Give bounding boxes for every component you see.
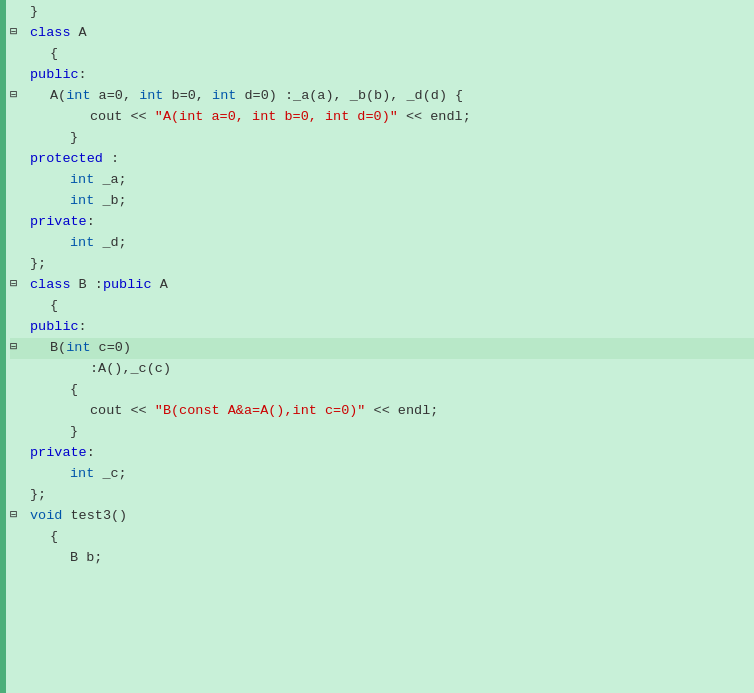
line-2: { — [10, 44, 754, 65]
line-6: } — [10, 128, 754, 149]
line-5: cout << "A(int a=0, int b=0, int d=0)" <… — [10, 107, 754, 128]
fold-16: ⊟ — [10, 338, 28, 357]
line-18: { — [10, 380, 754, 401]
line-19: cout << "B(const A&a=A(),int c=0)" << en… — [10, 401, 754, 422]
line-4: ⊟ A(int a=0, int b=0, int d=0) :_a(a), _… — [10, 86, 754, 107]
line-content-17: :A(),_c(c) — [30, 359, 754, 380]
line-0: } — [10, 2, 754, 23]
line-content-14: { — [30, 296, 754, 317]
fold-22 — [10, 464, 28, 483]
fold-4: ⊟ — [10, 86, 28, 105]
line-content-9: int _b; — [30, 191, 754, 212]
line-8: int _a; — [10, 170, 754, 191]
line-content-5: cout << "A(int a=0, int b=0, int d=0)" <… — [30, 107, 754, 128]
line-content-1: class A — [30, 23, 754, 44]
fold-11 — [10, 233, 28, 252]
line-14: { — [10, 296, 754, 317]
code-area: } ⊟ class A { public: ⊟ A(int a=0, int b… — [0, 0, 754, 592]
fold-2 — [10, 44, 28, 63]
line-content-0: } — [30, 2, 754, 23]
fold-14 — [10, 296, 28, 315]
line-27 — [10, 569, 754, 590]
fold-13: ⊟ — [10, 275, 28, 294]
line-content-4: A(int a=0, int b=0, int d=0) :_a(a), _b(… — [30, 86, 754, 107]
line-11: int _d; — [10, 233, 754, 254]
fold-21 — [10, 443, 28, 462]
fold-6 — [10, 128, 28, 147]
fold-18 — [10, 380, 28, 399]
line-content-21: private: — [30, 443, 754, 464]
line-13: ⊟ class B :public A — [10, 275, 754, 296]
fold-7 — [10, 149, 28, 168]
line-25: { — [10, 527, 754, 548]
line-20: } — [10, 422, 754, 443]
fold-25 — [10, 527, 28, 546]
line-content-25: { — [30, 527, 754, 548]
fold-0 — [10, 2, 28, 21]
line-content-6: } — [30, 128, 754, 149]
line-content-11: int _d; — [30, 233, 754, 254]
line-22: int _c; — [10, 464, 754, 485]
line-content-7: protected : — [30, 149, 754, 170]
line-content-18: { — [30, 380, 754, 401]
line-content-15: public: — [30, 317, 754, 338]
line-content-23: }; — [30, 485, 754, 506]
fold-5 — [10, 107, 28, 126]
fold-17 — [10, 359, 28, 378]
line-content-3: public: — [30, 65, 754, 86]
fold-12 — [10, 254, 28, 273]
line-3: public: — [10, 65, 754, 86]
fold-23 — [10, 485, 28, 504]
line-content-13: class B :public A — [30, 275, 754, 296]
line-content-12: }; — [30, 254, 754, 275]
code-editor: } ⊟ class A { public: ⊟ A(int a=0, int b… — [0, 0, 754, 693]
line-content-27 — [30, 569, 754, 590]
line-content-2: { — [30, 44, 754, 65]
line-15: public: — [10, 317, 754, 338]
fold-3 — [10, 65, 28, 84]
fold-15 — [10, 317, 28, 336]
line-21: private: — [10, 443, 754, 464]
line-content-8: int _a; — [30, 170, 754, 191]
fold-19 — [10, 401, 28, 420]
fold-8 — [10, 170, 28, 189]
line-content-22: int _c; — [30, 464, 754, 485]
line-17: :A(),_c(c) — [10, 359, 754, 380]
line-content-26: B b; — [30, 548, 754, 569]
line-content-20: } — [30, 422, 754, 443]
line-12: }; — [10, 254, 754, 275]
fold-26 — [10, 548, 28, 567]
line-16: ⊟ B(int c=0) — [10, 338, 754, 359]
line-10: private: — [10, 212, 754, 233]
fold-9 — [10, 191, 28, 210]
line-26: B b; — [10, 548, 754, 569]
line-content-10: private: — [30, 212, 754, 233]
line-9: int _b; — [10, 191, 754, 212]
fold-27 — [10, 569, 28, 588]
line-7: protected : — [10, 149, 754, 170]
line-content-19: cout << "B(const A&a=A(),int c=0)" << en… — [30, 401, 754, 422]
line-content-16: B(int c=0) — [30, 338, 754, 359]
fold-24: ⊟ — [10, 506, 28, 525]
line-24: ⊟ void test3() — [10, 506, 754, 527]
fold-1: ⊟ — [10, 23, 28, 42]
line-1: ⊟ class A — [10, 23, 754, 44]
fold-20 — [10, 422, 28, 441]
line-content-24: void test3() — [30, 506, 754, 527]
fold-10 — [10, 212, 28, 231]
line-23: }; — [10, 485, 754, 506]
